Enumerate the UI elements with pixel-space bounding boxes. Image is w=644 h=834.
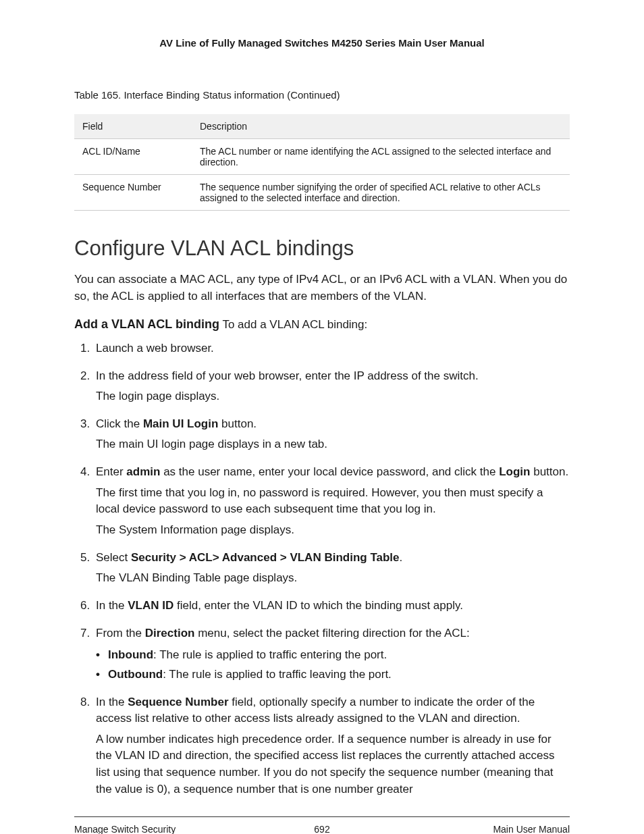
table-row: Sequence Number The sequence number sign… [74,175,570,211]
bullet-item: Outbound: The rule is applied to traffic… [108,667,570,683]
step-text: button. [218,417,257,430]
step-item: Enter admin as the user name, enter your… [93,464,570,539]
step-item: Click the Main UI Login button. The main… [93,416,570,453]
document-page: AV Line of Fully Managed Switches M4250 … [0,0,644,834]
bullet-bold: Inbound [108,648,153,661]
step-text: Click the [96,417,143,430]
cell-field: ACL ID/Name [74,139,192,175]
binding-status-table: Field Description ACL ID/Name The ACL nu… [74,114,570,211]
step-text: field, enter the VLAN ID to which the bi… [173,599,463,612]
step-subtext: The first time that you log in, no passw… [96,485,570,518]
page-header: AV Line of Fully Managed Switches M4250 … [74,37,570,49]
step-item: From the Direction menu, select the pack… [93,625,570,683]
step-bold: Direction [145,627,195,640]
step-item: In the VLAN ID field, enter the VLAN ID … [93,598,570,615]
bullet-list: Inbound: The rule is applied to traffic … [96,647,570,683]
step-text: Select [96,551,131,564]
step-subtext: The login page displays. [96,388,570,405]
subsection-heading-line: Add a VLAN ACL binding To add a VLAN ACL… [74,315,570,334]
step-subtext: The main UI login page displays in a new… [96,436,570,453]
step-text: From the [96,627,145,640]
step-subtext: The VLAN Binding Table page displays. [96,570,570,587]
step-text: . [400,551,403,564]
bullet-item: Inbound: The rule is applied to traffic … [108,647,570,664]
section-heading: Configure VLAN ACL bindings [74,236,570,261]
step-subtext: The System Information page displays. [96,522,570,539]
table-caption: Table 165. Interface Binding Status info… [74,89,570,101]
step-item: Select Security > ACL> Advanced > VLAN B… [93,550,570,587]
cell-field: Sequence Number [74,175,192,211]
step-text: In the address field of your web browser… [96,369,479,382]
step-bold: admin [126,465,160,478]
step-text: as the user name, enter your local devic… [160,465,499,478]
step-item: In the address field of your web browser… [93,368,570,405]
step-bold: Login [499,465,530,478]
step-text: Launch a web browser. [96,342,214,355]
page-footer: Manage Switch Security 692 Main User Man… [74,816,570,834]
column-header-field: Field [74,114,192,139]
step-text: menu, select the packet filtering direct… [194,627,469,640]
step-item: Launch a web browser. [93,340,570,357]
table-row: ACL ID/Name The ACL number or name ident… [74,139,570,175]
step-text: In the [96,599,128,612]
bullet-text: : The rule is applied to traffic enterin… [153,648,387,661]
step-bold: Sequence Number [128,696,228,708]
step-bold: Security > ACL> Advanced > VLAN Binding … [131,551,400,564]
step-text: Enter [96,465,126,478]
footer-right: Main User Manual [493,824,570,834]
table-header-row: Field Description [74,114,570,139]
cell-description: The ACL number or name identifying the A… [192,139,570,175]
steps-list: Launch a web browser. In the address fie… [74,340,570,798]
step-bold: VLAN ID [128,599,173,612]
footer-page-number: 692 [314,824,329,834]
bullet-text: : The rule is applied to traffic leaving… [163,668,392,681]
step-subtext: A low number indicates high precedence o… [96,731,570,798]
section-intro: You can associate a MAC ACL, any type of… [74,271,570,305]
step-item: In the Sequence Number field, optionally… [93,694,570,798]
cell-description: The sequence number signifying the order… [192,175,570,211]
bullet-bold: Outbound [108,668,163,681]
footer-left: Manage Switch Security [74,824,176,834]
step-text: button. [530,465,568,478]
step-text: In the [96,696,128,708]
subsection-tail: To add a VLAN ACL binding: [219,318,367,331]
subsection-heading: Add a VLAN ACL binding [74,317,219,331]
step-bold: Main UI Login [143,417,218,430]
column-header-description: Description [192,114,570,139]
